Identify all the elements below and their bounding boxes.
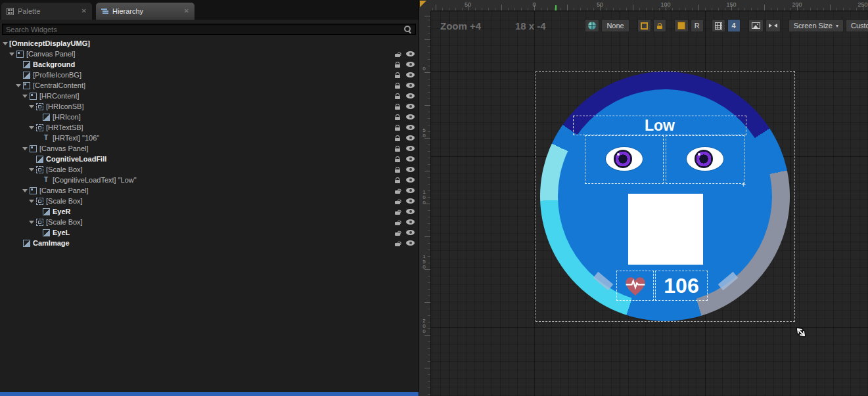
tree-row[interactable]: CognitiveLoadFill bbox=[0, 154, 419, 164]
respect-locks-button[interactable]: R bbox=[691, 19, 704, 32]
localization-preview-button[interactable] bbox=[585, 19, 599, 32]
tree-row[interactable]: [HRTextSB] bbox=[0, 122, 419, 133]
tree-row[interactable]: EyeL bbox=[0, 227, 419, 238]
lock-icon[interactable] bbox=[394, 114, 401, 120]
safe-zone-button[interactable] bbox=[637, 19, 651, 32]
tree-row[interactable]: EyeR bbox=[0, 206, 419, 217]
expander-arrow-icon[interactable] bbox=[22, 187, 28, 194]
tree-row[interactable]: [Canvas Panel] bbox=[0, 143, 419, 154]
lock-icon[interactable] bbox=[394, 156, 401, 162]
expander-arrow-icon[interactable] bbox=[2, 40, 9, 47]
eye-visibility-icon[interactable] bbox=[406, 198, 415, 204]
lock-icon[interactable] bbox=[394, 177, 401, 183]
outline-toggle-button[interactable] bbox=[674, 19, 689, 32]
lock-icon[interactable] bbox=[394, 124, 401, 131]
tree-row[interactable]: [Scale Box] bbox=[0, 217, 419, 227]
designer-canvas[interactable]: Zoom +4 18 x -4 None R bbox=[431, 11, 868, 396]
tree-row[interactable]: [Canvas Panel] bbox=[0, 185, 419, 196]
lock-icon[interactable] bbox=[394, 187, 401, 194]
expander-arrow-icon[interactable] bbox=[28, 198, 35, 204]
lock-icon[interactable] bbox=[394, 72, 401, 78]
eye-visibility-icon[interactable] bbox=[406, 51, 415, 56]
tab-palette[interactable]: Palette ✕ bbox=[1, 3, 92, 20]
expander-arrow-icon[interactable] bbox=[22, 93, 28, 99]
tree-row[interactable]: [Canvas Panel] bbox=[0, 49, 419, 59]
eye-right-widget[interactable] bbox=[666, 135, 744, 184]
eye-visibility-icon[interactable] bbox=[406, 104, 415, 109]
eye-visibility-icon[interactable] bbox=[406, 219, 415, 225]
expander-arrow-icon[interactable] bbox=[28, 156, 35, 162]
lock-icon[interactable] bbox=[394, 208, 401, 215]
lock-icon[interactable] bbox=[394, 240, 401, 246]
custom-size-button[interactable]: Custom... bbox=[846, 19, 868, 32]
expander-arrow-icon[interactable] bbox=[28, 219, 35, 225]
tree-row[interactable]: [CognitiveLoadText] "Low" bbox=[0, 175, 419, 185]
tree-row[interactable]: [HRIcon] bbox=[0, 112, 419, 122]
eye-visibility-icon[interactable] bbox=[406, 240, 415, 246]
tree-row[interactable]: [HRText] "106" bbox=[0, 133, 419, 143]
eye-visibility-icon[interactable] bbox=[406, 125, 415, 130]
screen-size-dropdown[interactable]: Screen Size ▾ bbox=[788, 19, 844, 32]
lock-icon[interactable] bbox=[394, 219, 401, 225]
lock-icon[interactable] bbox=[394, 145, 401, 152]
eye-visibility-icon[interactable] bbox=[406, 135, 415, 141]
expander-arrow-icon[interactable] bbox=[15, 72, 22, 78]
lock-icon[interactable] bbox=[394, 198, 401, 204]
expander-arrow-icon[interactable] bbox=[15, 82, 22, 89]
tree-row[interactable]: [HRContent] bbox=[0, 91, 419, 101]
eye-visibility-icon[interactable] bbox=[406, 230, 415, 235]
eye-visibility-icon[interactable] bbox=[406, 167, 415, 172]
close-icon[interactable]: ✕ bbox=[81, 8, 87, 14]
tree-row[interactable]: Background bbox=[0, 59, 419, 70]
eye-visibility-icon[interactable] bbox=[406, 156, 415, 162]
lock-icon[interactable] bbox=[394, 135, 401, 141]
tab-hierarchy[interactable]: Hierarchy ✕ bbox=[96, 3, 194, 20]
lock-icon[interactable] bbox=[394, 103, 401, 110]
eye-visibility-icon[interactable] bbox=[406, 177, 415, 183]
cam-image-widget[interactable] bbox=[628, 194, 703, 265]
tree-row[interactable]: [HRIconSB] bbox=[0, 101, 419, 112]
tree-row[interactable]: [CentralContent] bbox=[0, 80, 419, 91]
expander-arrow-icon[interactable] bbox=[15, 61, 22, 68]
eye-visibility-icon[interactable] bbox=[406, 83, 415, 88]
expander-arrow-icon[interactable] bbox=[28, 103, 35, 110]
expander-arrow-icon[interactable] bbox=[35, 208, 41, 215]
hr-text-widget[interactable]: 106 bbox=[655, 271, 708, 301]
tree-row[interactable]: [Scale Box] bbox=[0, 164, 419, 175]
lock-icon[interactable] bbox=[394, 82, 401, 89]
lock-viewport-button[interactable] bbox=[653, 19, 666, 32]
expander-arrow-icon[interactable] bbox=[35, 229, 41, 236]
expander-arrow-icon[interactable] bbox=[22, 145, 28, 152]
tree-row[interactable]: [ProfileIconBG] bbox=[0, 70, 419, 80]
expander-arrow-icon[interactable] bbox=[35, 177, 41, 183]
preview-background-button[interactable] bbox=[748, 19, 764, 32]
eye-visibility-icon[interactable] bbox=[406, 146, 415, 151]
eye-visibility-icon[interactable] bbox=[406, 114, 415, 120]
lock-icon[interactable] bbox=[394, 229, 401, 236]
lock-icon[interactable] bbox=[394, 166, 401, 173]
resize-handle[interactable] bbox=[794, 325, 808, 340]
eye-visibility-icon[interactable] bbox=[406, 62, 415, 67]
expander-arrow-icon[interactable] bbox=[9, 51, 15, 57]
eye-visibility-icon[interactable] bbox=[406, 72, 415, 77]
grid-snap-size-button[interactable]: 4 bbox=[727, 19, 741, 32]
expander-arrow-icon[interactable] bbox=[35, 114, 41, 120]
grid-snap-button[interactable] bbox=[712, 19, 725, 32]
lock-icon[interactable] bbox=[394, 93, 401, 99]
expander-arrow-icon[interactable] bbox=[35, 135, 41, 141]
lock-icon[interactable] bbox=[394, 51, 401, 57]
hr-icon-widget[interactable] bbox=[616, 271, 654, 301]
expander-arrow-icon[interactable] bbox=[28, 124, 35, 131]
expander-arrow-icon[interactable] bbox=[28, 166, 35, 173]
cognitive-load-text-widget[interactable]: Low bbox=[573, 116, 746, 135]
flip-direction-button[interactable] bbox=[765, 19, 781, 32]
lock-icon[interactable] bbox=[394, 61, 401, 68]
search-widgets-input[interactable] bbox=[6, 26, 404, 33]
eye-left-widget[interactable] bbox=[585, 135, 664, 184]
close-icon[interactable]: ✕ bbox=[184, 8, 189, 14]
tree-row[interactable]: [OmniceptDisplayUMG] bbox=[0, 38, 419, 49]
localization-none-button[interactable]: None bbox=[601, 19, 629, 32]
tree-row[interactable]: [Scale Box] bbox=[0, 196, 419, 206]
expander-arrow-icon[interactable] bbox=[15, 240, 22, 246]
eye-visibility-icon[interactable] bbox=[406, 188, 415, 193]
